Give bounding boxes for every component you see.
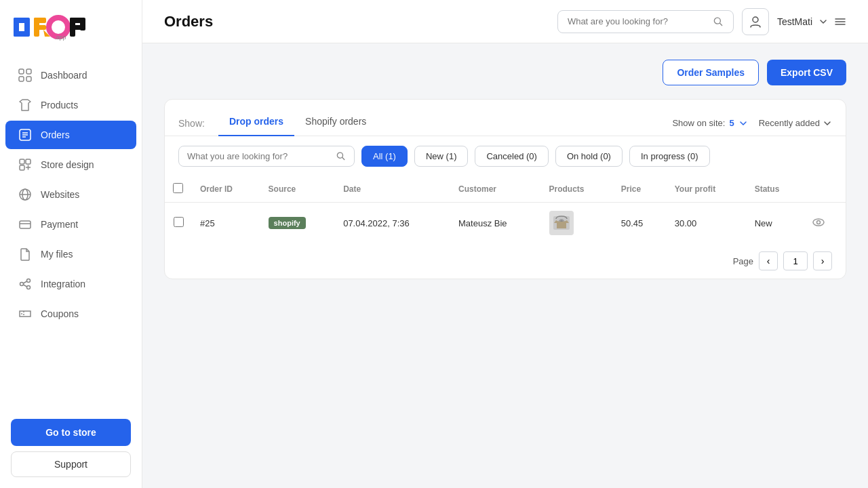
row-status: New xyxy=(747,203,804,244)
search-icon xyxy=(336,151,346,161)
action-row: Order Samples Export CSV xyxy=(164,60,846,85)
col-products: Products xyxy=(541,176,613,203)
row-source: shopify xyxy=(260,203,336,244)
chevron-down-icon xyxy=(818,16,829,27)
row-price: 50.45 xyxy=(613,203,667,244)
view-order-icon[interactable] xyxy=(812,221,825,231)
orders-icon xyxy=(18,127,33,142)
user-profile-button[interactable] xyxy=(742,8,769,35)
svg-rect-16 xyxy=(19,77,24,81)
hamburger-icon xyxy=(834,16,846,28)
row-checkbox-cell[interactable] xyxy=(165,203,192,244)
grid-icon xyxy=(18,68,33,83)
svg-text:.app: .app xyxy=(54,34,66,41)
sidebar: .app Dashboard Products Orders St xyxy=(0,0,142,488)
order-search-input[interactable] xyxy=(187,151,331,161)
sidebar-item-my-files[interactable]: My files xyxy=(5,240,136,268)
svg-line-38 xyxy=(720,23,722,25)
sidebar-item-orders[interactable]: Orders xyxy=(5,121,136,149)
order-samples-button[interactable]: Order Samples xyxy=(663,60,759,85)
user-name: TestMati xyxy=(777,16,812,27)
sidebar-item-integration[interactable]: Integration xyxy=(5,270,136,298)
global-search-input[interactable] xyxy=(568,16,709,26)
sidebar-nav: Dashboard Products Orders Store design W xyxy=(0,54,142,408)
show-on-site-control[interactable]: Show on site: 5 xyxy=(672,118,747,128)
row-order-id: #25 xyxy=(192,203,260,244)
recently-added-control[interactable]: Recently added xyxy=(759,118,832,128)
page-number-input[interactable] xyxy=(783,251,808,270)
coupon-icon xyxy=(18,306,33,321)
user-menu[interactable]: TestMati xyxy=(777,16,846,28)
sidebar-item-products[interactable]: Products xyxy=(5,91,136,119)
tab-shopify-orders[interactable]: Shopify orders xyxy=(294,110,377,136)
row-customer: Mateusz Bie xyxy=(450,203,540,244)
filter-on-hold-button[interactable]: On hold (0) xyxy=(555,146,623,167)
product-image-icon xyxy=(551,212,572,234)
pagination-row: Page ‹ › xyxy=(165,243,846,279)
search-icon xyxy=(713,16,723,27)
globe-icon xyxy=(18,187,33,202)
sidebar-item-payment[interactable]: Payment xyxy=(5,210,136,239)
filter-in-progress-button[interactable]: In progress (0) xyxy=(629,146,710,167)
go-to-store-button[interactable]: Go to store xyxy=(11,419,131,446)
support-button[interactable]: Support xyxy=(11,451,131,477)
sidebar-item-label: Payment xyxy=(41,219,78,230)
col-price: Price xyxy=(613,176,667,203)
col-customer: Customer xyxy=(450,176,540,203)
sidebar-item-label: Orders xyxy=(41,129,70,140)
page-title: Orders xyxy=(164,13,557,30)
svg-rect-3 xyxy=(24,18,30,37)
col-order-id: Order ID xyxy=(192,176,260,203)
sidebar-item-label: Integration xyxy=(41,279,85,289)
row-view-action[interactable] xyxy=(804,203,846,244)
svg-point-36 xyxy=(21,313,22,314)
svg-rect-28 xyxy=(20,221,31,228)
svg-rect-15 xyxy=(26,69,31,74)
palette-icon xyxy=(18,157,33,172)
sidebar-item-coupons[interactable]: Coupons xyxy=(5,300,136,328)
svg-rect-24 xyxy=(20,165,24,170)
content-area: Order Samples Export CSV Show: Drop orde… xyxy=(142,43,868,488)
sidebar-item-label: Websites xyxy=(41,189,79,200)
svg-point-32 xyxy=(27,286,31,289)
svg-rect-14 xyxy=(19,69,24,74)
export-csv-button[interactable]: Export CSV xyxy=(767,60,846,85)
sidebar-item-label: Coupons xyxy=(41,308,79,319)
chevron-down-icon xyxy=(823,119,832,128)
svg-point-30 xyxy=(20,283,24,286)
tabs-row: Show: Drop orders Shopify orders Show on… xyxy=(165,100,846,136)
page-prev-button[interactable]: ‹ xyxy=(759,251,778,270)
user-icon xyxy=(749,15,762,28)
svg-point-31 xyxy=(27,279,31,283)
svg-point-39 xyxy=(753,17,758,22)
svg-line-44 xyxy=(342,157,344,159)
table-row: #25 shopify 07.04.2022, 7:36 Mateusz Bie xyxy=(165,203,846,244)
select-all-header[interactable] xyxy=(165,176,192,203)
show-label: Show: xyxy=(178,118,205,129)
order-search-bar[interactable] xyxy=(178,146,355,167)
main-content: Orders TestMati Order Samples Export CSV… xyxy=(142,0,868,488)
tab-drop-orders[interactable]: Drop orders xyxy=(218,110,294,136)
svg-rect-17 xyxy=(26,77,31,81)
select-all-checkbox[interactable] xyxy=(173,183,183,193)
sidebar-item-dashboard[interactable]: Dashboard xyxy=(5,61,136,89)
filter-new-button[interactable]: New (1) xyxy=(414,146,469,167)
logo-area: .app xyxy=(0,0,142,54)
sidebar-item-store-design[interactable]: Store design xyxy=(5,150,136,179)
sidebar-bottom: Go to store Support xyxy=(0,408,142,488)
sidebar-item-websites[interactable]: Websites xyxy=(5,180,136,209)
filter-canceled-button[interactable]: Canceled (0) xyxy=(475,146,548,167)
shopify-badge: shopify xyxy=(269,217,306,229)
col-action xyxy=(804,176,846,203)
filter-row: All (1) New (1) Canceled (0) On hold (0)… xyxy=(165,136,846,176)
global-search-bar[interactable] xyxy=(557,10,734,33)
row-profit: 30.00 xyxy=(667,203,747,244)
filter-all-button[interactable]: All (1) xyxy=(361,146,408,167)
row-date: 07.04.2022, 7:36 xyxy=(335,203,450,244)
col-status: Status xyxy=(747,176,804,203)
file-icon xyxy=(18,247,33,262)
svg-rect-22 xyxy=(20,159,24,164)
col-date: Date xyxy=(335,176,450,203)
row-checkbox[interactable] xyxy=(174,217,184,227)
page-next-button[interactable]: › xyxy=(813,251,832,270)
